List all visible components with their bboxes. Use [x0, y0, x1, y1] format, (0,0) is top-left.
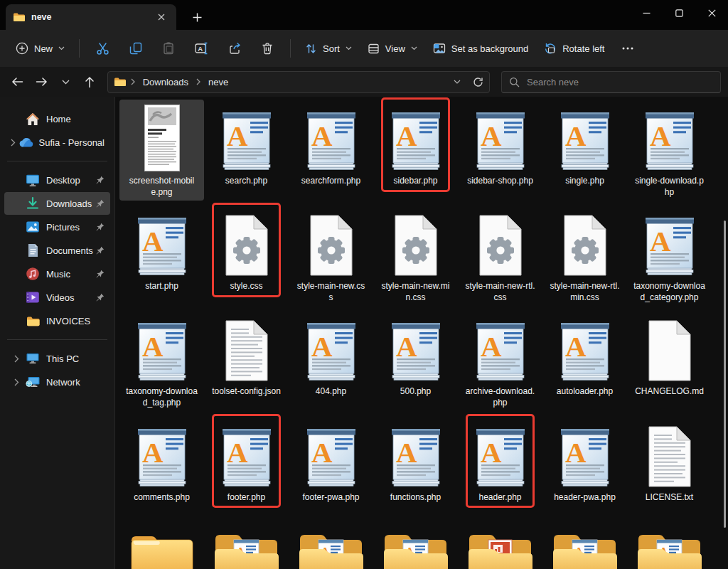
file-tile[interactable]: A vendor [204, 510, 289, 569]
copy-button[interactable] [120, 37, 151, 60]
maximize-button[interactable] [663, 0, 695, 26]
expand-chevron-icon[interactable] [9, 355, 24, 363]
file-tile[interactable]: A single-download.php [627, 100, 712, 201]
sidebar-item-documents[interactable]: Documents [4, 239, 110, 262]
paste-button[interactable] [153, 37, 184, 60]
vertical-scrollbar[interactable] [724, 220, 726, 528]
search-box[interactable] [501, 71, 721, 93]
file-tile[interactable]: style-main-new-rtl.css [458, 205, 542, 306]
this-pc-icon [24, 352, 41, 365]
sidebar-item-videos[interactable]: Videos [4, 286, 110, 309]
cut-button[interactable] [87, 37, 119, 60]
file-tile[interactable]: style.css [204, 205, 289, 295]
more-options-button[interactable] [613, 42, 643, 55]
up-button[interactable] [79, 71, 100, 92]
wordpad-doc-icon: A [558, 314, 612, 382]
file-name: start.php [145, 281, 178, 292]
sort-button-label: Sort [323, 43, 340, 54]
file-tile[interactable]: style-main-new.css [289, 205, 373, 306]
svg-text:A: A [311, 436, 333, 469]
folder-doc-icon: A [298, 514, 365, 569]
file-tile[interactable]: A template-parts [627, 510, 712, 569]
file-tile[interactable]: toolset-config.json [204, 310, 289, 400]
sidebar-item-home[interactable]: Home [4, 107, 110, 130]
file-tile[interactable]: A searchform.php [289, 100, 373, 190]
folder-icon [13, 12, 25, 22]
file-tile[interactable]: A footer-pwa.php [289, 416, 373, 506]
sidebar-item-this-pc[interactable]: This PC [4, 347, 110, 370]
back-button[interactable] [7, 71, 28, 92]
sort-button[interactable]: Sort [298, 38, 359, 60]
sidebar-item-pictures[interactable]: Pictures [4, 216, 110, 238]
file-tile[interactable]: LICENSE.txt [627, 416, 712, 506]
expand-chevron-icon[interactable] [9, 139, 18, 147]
rotate-left-button[interactable]: Rotate left [537, 37, 611, 60]
sidebar-item-label: INVOICES [46, 316, 90, 326]
sidebar-item-network[interactable]: Network [4, 371, 110, 393]
toolbar-separator [79, 39, 80, 58]
file-name: 404.php [316, 386, 346, 398]
file-tile[interactable]: A views [289, 510, 373, 569]
recent-locations-button[interactable] [55, 71, 76, 92]
file-tile[interactable]: A 500.php [373, 310, 458, 400]
file-tile[interactable]: A woocommerce [373, 510, 458, 569]
file-tile[interactable]: A autoloader.php [542, 310, 627, 400]
file-tile[interactable]: style-main-new.min.css [373, 205, 458, 306]
new-tab-button[interactable] [186, 6, 208, 28]
explorer-tab[interactable]: neve [6, 4, 176, 30]
sidebar-item-invoices[interactable]: INVOICES [4, 309, 110, 332]
file-tile[interactable]: A single.php [542, 100, 627, 190]
breadcrumb-neve[interactable]: neve [205, 75, 231, 89]
file-tile[interactable]: CHANGELOG.md [627, 310, 712, 400]
file-grid: screenshot-mobile.png A search.php A sea… [115, 97, 728, 569]
file-tile[interactable]: A comments.php [119, 416, 204, 506]
file-tile[interactable]: inc [119, 510, 204, 569]
file-tile[interactable]: A start.php [119, 205, 204, 295]
sidebar-item-desktop[interactable]: Desktop [4, 169, 110, 191]
file-tile[interactable]: A search.php [204, 100, 289, 190]
file-tile[interactable]: A taxonomy-download_tag.php [119, 310, 204, 411]
copy-icon [129, 42, 142, 55]
share-button[interactable] [219, 37, 250, 60]
sidebar-item-music[interactable]: Music [4, 262, 110, 285]
rename-button[interactable]: A [186, 37, 218, 60]
gear-doc-icon [561, 208, 609, 277]
file-tile[interactable]: screenshot-mobile.png [119, 100, 204, 201]
minimize-button[interactable] [630, 0, 663, 26]
file-tile[interactable]: A header-pwa.php [542, 416, 627, 506]
expand-chevron-icon[interactable] [9, 378, 24, 386]
view-button[interactable]: View [360, 38, 424, 60]
file-tile[interactable]: A sidebar.php [373, 100, 458, 190]
onedrive-icon [18, 137, 34, 147]
file-name: archive-download.php [464, 386, 536, 408]
new-button[interactable]: New [9, 37, 72, 60]
set-as-background-button[interactable]: Set as background [426, 37, 535, 60]
refresh-icon[interactable] [473, 77, 483, 87]
file-tile[interactable]: A taxonomy-download_category.php [627, 205, 712, 306]
breadcrumb-downloads[interactable]: Downloads [140, 75, 191, 89]
address-breadcrumb-bar[interactable]: Downloads neve [107, 71, 490, 93]
sidebar-item-sufia-personal[interactable]: Sufia - Personal [4, 131, 110, 154]
file-tile[interactable]: A sidebar-shop.php [458, 100, 542, 190]
file-tile[interactable]: style-main-new-rtl.min.css [542, 205, 627, 306]
folder-doc-icon: A [213, 514, 280, 569]
file-name: single-download.php [633, 176, 705, 198]
svg-text:A: A [481, 436, 502, 469]
file-tile[interactable]: A header.php [458, 416, 542, 506]
file-tile[interactable]: A 404.php [289, 310, 373, 400]
wordpad-doc-icon: A [473, 314, 528, 382]
delete-button[interactable] [252, 37, 283, 60]
sidebar-item-downloads[interactable]: Downloads [4, 192, 110, 215]
tab-close-icon[interactable] [154, 9, 169, 25]
file-tile[interactable]: A page-templates [542, 510, 627, 569]
close-button[interactable] [695, 0, 728, 26]
file-tile[interactable]: A functions.php [373, 416, 458, 506]
wordpad-doc-icon: A [220, 420, 274, 488]
chevron-right-icon [196, 78, 200, 85]
search-input[interactable] [527, 77, 713, 87]
file-tile[interactable]: languages [458, 510, 542, 569]
address-dropdown-icon[interactable] [454, 80, 461, 84]
file-tile[interactable]: A footer.php [204, 416, 289, 506]
file-tile[interactable]: A archive-download.php [458, 310, 542, 411]
forward-button[interactable] [31, 71, 53, 92]
